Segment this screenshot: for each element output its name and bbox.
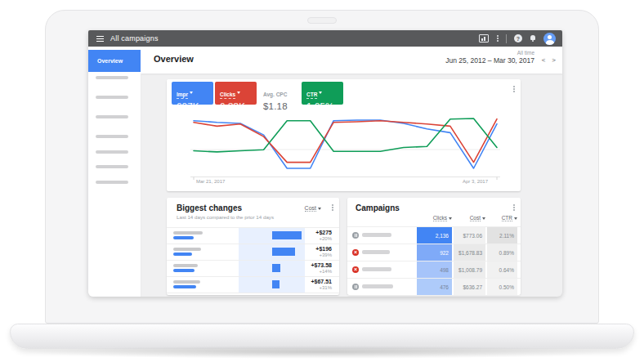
campaigns-column-headers: ClicksCostCTR xyxy=(347,215,521,225)
metric-chip-value: 6.38K xyxy=(220,101,257,111)
campaign-row[interactable]: 476$636.270.50% xyxy=(347,278,521,296)
biggest-changes-subtitle: Last 14 days compared to the prior 14 da… xyxy=(177,214,274,220)
campaign-row[interactable]: 498$1,008.790.64% xyxy=(347,261,521,278)
change-percent: +31% xyxy=(311,285,333,290)
campaign-status-removed-icon xyxy=(352,266,359,273)
trend-line-clicks xyxy=(194,119,497,163)
metric-chip-avg-cpc[interactable]: Avg. CPC$1.18 xyxy=(258,82,300,105)
date-nav: < > xyxy=(542,56,556,64)
sidebar-nav xyxy=(88,74,141,297)
cell-clicks: 2,136 xyxy=(417,227,452,244)
page-header: Overview All time Jun 25, 2012 – Mar 30,… xyxy=(88,47,562,74)
metric-chip-value: 1.05% xyxy=(306,101,343,111)
campaign-name-placeholder xyxy=(362,284,393,288)
page-title: Overview xyxy=(154,54,194,64)
row-placeholder-bar xyxy=(173,264,198,267)
sidebar-item-placeholder[interactable] xyxy=(96,96,128,99)
change-amount: +$196 xyxy=(315,246,332,252)
biggest-changes-row[interactable]: +$73.58+14% xyxy=(167,260,339,276)
sidebar-item-placeholder[interactable] xyxy=(96,150,128,154)
change-amount: +$67.51 xyxy=(311,279,333,284)
row-placeholder-bar-blue xyxy=(173,236,194,239)
row-placeholder-bar xyxy=(173,248,201,251)
campaign-name-placeholder xyxy=(362,233,391,237)
biggest-changes-row[interactable]: +$67.51+31% xyxy=(167,276,339,293)
date-next-button[interactable]: > xyxy=(552,56,556,64)
sidebar-item-placeholder[interactable] xyxy=(96,165,128,168)
campaigns-title: Campaigns xyxy=(356,203,400,212)
sidebar-item-placeholder[interactable] xyxy=(96,115,128,118)
chevron-down-icon xyxy=(318,208,321,210)
metric-chip-ctr[interactable]: CTR1.05% xyxy=(302,82,343,105)
app-bar-divider xyxy=(506,34,507,43)
x-axis-label-start: Mar 21, 2017 xyxy=(196,179,225,184)
cell-clicks: 498 xyxy=(417,261,452,278)
cell-cost: $636.27 xyxy=(454,279,485,295)
biggest-changes-row[interactable]: +$196+39% xyxy=(167,244,339,260)
laptop-camera-notch xyxy=(307,17,337,24)
metric-chip-clicks[interactable]: Clicks6.38K xyxy=(215,82,257,105)
date-prev-button[interactable]: < xyxy=(542,56,546,64)
chart-card-menu-icon[interactable] xyxy=(512,86,515,92)
campaign-status-removed-icon xyxy=(352,249,359,256)
column-header-clicks[interactable]: Clicks xyxy=(417,215,452,221)
row-placeholder-bar xyxy=(173,231,203,235)
campaign-row[interactable]: 922$1,678.830.89% xyxy=(347,244,521,261)
date-range-picker[interactable]: All time Jun 25, 2012 – Mar 30, 2017 xyxy=(445,50,534,65)
app-bar: All campaigns ? xyxy=(88,30,562,47)
change-values: +$67.51+31% xyxy=(311,279,333,290)
app-bar-title: All campaigns xyxy=(110,34,159,42)
campaign-status-paused-icon xyxy=(352,232,359,239)
sidebar-item-overview[interactable]: Overview xyxy=(88,50,141,72)
overview-chart-card: Impr607KClicks6.38KAvg. CPC$1.18CTR1.05%… xyxy=(167,79,521,191)
chevron-down-icon xyxy=(319,92,322,94)
campaign-name-placeholder xyxy=(362,267,391,271)
biggest-changes-metric-select[interactable]: Cost xyxy=(305,205,321,211)
metric-chip-label: Impr xyxy=(177,92,188,99)
overflow-menu-icon[interactable] xyxy=(496,35,499,42)
cell-ctr: 0.50% xyxy=(487,279,517,295)
help-icon[interactable]: ? xyxy=(514,34,522,42)
change-bar xyxy=(272,264,280,272)
sidebar-item-placeholder[interactable] xyxy=(96,181,128,184)
cell-cost: $1,008.79 xyxy=(454,261,485,278)
change-bar xyxy=(272,248,295,256)
menu-icon[interactable] xyxy=(96,36,104,42)
campaigns-menu-icon[interactable] xyxy=(512,204,515,211)
cell-cost: $773.06 xyxy=(454,227,485,244)
sidebar-item-placeholder[interactable] xyxy=(96,135,128,138)
laptop-shadow xyxy=(21,346,623,359)
chevron-down-icon xyxy=(190,92,193,94)
campaign-row[interactable]: 2,136$773.062.11% xyxy=(347,226,521,244)
campaigns-card: Campaigns ClicksCostCTR 2,136$773.062.11… xyxy=(347,198,521,295)
biggest-changes-title: Biggest changes xyxy=(177,203,242,212)
row-placeholder-bar-blue xyxy=(173,253,192,256)
biggest-changes-menu-icon[interactable] xyxy=(331,204,333,211)
row-placeholder-bar-blue xyxy=(173,285,196,288)
app-window: All campaigns ? Overview All time Jun 25… xyxy=(88,30,562,297)
campaigns-rows: 2,136$773.062.11%922$1,678.830.89%498$1,… xyxy=(347,226,521,296)
biggest-changes-rows: +$275+20%+$196+39%+$73.58+14%+$67.51+31% xyxy=(167,227,339,293)
cell-clicks: 476 xyxy=(417,279,452,295)
change-bar xyxy=(272,231,302,239)
change-values: +$275+20% xyxy=(315,230,332,241)
chevron-down-icon xyxy=(237,92,240,94)
biggest-changes-row[interactable]: +$275+20% xyxy=(167,227,339,244)
column-header-cost[interactable]: Cost xyxy=(454,215,485,221)
column-header-label: Cost xyxy=(470,215,481,221)
notifications-bell-icon[interactable] xyxy=(530,35,536,42)
cell-ctr: 0.89% xyxy=(487,244,517,261)
metric-chip-impr[interactable]: Impr607K xyxy=(172,82,213,105)
chevron-down-icon xyxy=(449,217,452,220)
sidebar-item-placeholder[interactable] xyxy=(96,76,128,79)
column-header-ctr[interactable]: CTR xyxy=(487,215,517,221)
cell-cost: $1,678.83 xyxy=(454,244,485,261)
campaign-status-paused-icon xyxy=(352,284,359,290)
change-values: +$73.58+14% xyxy=(311,262,333,274)
metric-chip-value: 607K xyxy=(177,101,213,111)
metric-chip-label: Avg. CPC xyxy=(263,92,287,97)
reports-icon[interactable] xyxy=(479,34,489,42)
change-percent: +39% xyxy=(315,253,332,257)
account-avatar[interactable] xyxy=(543,33,556,45)
date-range-label: Jun 25, 2012 – Mar 30, 2017 xyxy=(445,56,534,65)
